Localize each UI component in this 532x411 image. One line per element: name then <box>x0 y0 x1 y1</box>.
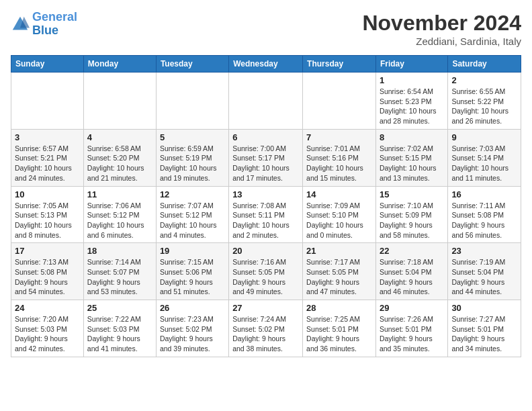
day-info: Sunrise: 6:55 AM Sunset: 5:22 PM Dayligh… <box>451 87 517 126</box>
calendar-cell: 25Sunrise: 7:22 AM Sunset: 5:03 PM Dayli… <box>83 300 156 357</box>
day-info: Sunrise: 7:10 AM Sunset: 5:09 PM Dayligh… <box>380 201 444 240</box>
calendar-cell: 10Sunrise: 7:05 AM Sunset: 5:13 PM Dayli… <box>11 186 84 243</box>
day-info: Sunrise: 7:05 AM Sunset: 5:13 PM Dayligh… <box>15 201 80 240</box>
calendar-cell: 3Sunrise: 6:57 AM Sunset: 5:21 PM Daylig… <box>11 129 84 186</box>
calendar-cell <box>11 73 84 130</box>
calendar-cell: 17Sunrise: 7:13 AM Sunset: 5:08 PM Dayli… <box>11 243 84 300</box>
calendar-cell <box>303 73 376 130</box>
calendar-week-row: 24Sunrise: 7:20 AM Sunset: 5:03 PM Dayli… <box>11 300 521 357</box>
day-number: 3 <box>15 132 80 142</box>
page-header: General Blue November 2024 Zeddiani, Sar… <box>11 11 521 47</box>
weekday-header: Tuesday <box>156 56 228 73</box>
location: Zeddiani, Sardinia, Italy <box>362 36 521 47</box>
calendar-cell <box>156 73 228 130</box>
day-number: 29 <box>380 303 444 313</box>
day-info: Sunrise: 7:18 AM Sunset: 5:04 PM Dayligh… <box>380 257 444 297</box>
calendar-cell: 1Sunrise: 6:54 AM Sunset: 5:23 PM Daylig… <box>375 73 447 130</box>
calendar-cell: 13Sunrise: 7:08 AM Sunset: 5:11 PM Dayli… <box>229 186 303 243</box>
day-number: 6 <box>232 132 299 142</box>
day-info: Sunrise: 7:27 AM Sunset: 5:01 PM Dayligh… <box>451 314 517 354</box>
day-number: 27 <box>232 303 299 313</box>
day-info: Sunrise: 7:25 AM Sunset: 5:01 PM Dayligh… <box>306 314 372 354</box>
day-number: 9 <box>451 132 517 142</box>
day-info: Sunrise: 7:08 AM Sunset: 5:11 PM Dayligh… <box>232 201 299 240</box>
logo-text: General Blue <box>32 11 77 38</box>
calendar-week-row: 1Sunrise: 6:54 AM Sunset: 5:23 PM Daylig… <box>11 73 521 130</box>
day-number: 15 <box>380 189 444 199</box>
day-info: Sunrise: 7:13 AM Sunset: 5:08 PM Dayligh… <box>15 257 80 297</box>
day-number: 7 <box>306 132 372 142</box>
calendar-cell <box>229 73 303 130</box>
day-number: 24 <box>15 303 80 313</box>
day-info: Sunrise: 7:19 AM Sunset: 5:04 PM Dayligh… <box>451 257 517 297</box>
calendar-week-row: 17Sunrise: 7:13 AM Sunset: 5:08 PM Dayli… <box>11 243 521 300</box>
day-number: 25 <box>87 303 152 313</box>
logo-icon <box>11 15 30 34</box>
day-number: 21 <box>306 246 372 256</box>
calendar-cell: 14Sunrise: 7:09 AM Sunset: 5:10 PM Dayli… <box>303 186 376 243</box>
day-info: Sunrise: 7:07 AM Sunset: 5:12 PM Dayligh… <box>160 201 225 240</box>
day-info: Sunrise: 7:15 AM Sunset: 5:06 PM Dayligh… <box>160 257 225 297</box>
day-number: 13 <box>232 189 299 199</box>
day-number: 5 <box>160 132 225 142</box>
weekday-header: Saturday <box>448 56 521 73</box>
calendar-cell: 18Sunrise: 7:14 AM Sunset: 5:07 PM Dayli… <box>83 243 156 300</box>
day-number: 17 <box>15 246 80 256</box>
day-info: Sunrise: 7:23 AM Sunset: 5:02 PM Dayligh… <box>160 314 225 354</box>
day-number: 19 <box>160 246 225 256</box>
calendar-cell: 16Sunrise: 7:11 AM Sunset: 5:08 PM Dayli… <box>448 186 521 243</box>
calendar-cell: 12Sunrise: 7:07 AM Sunset: 5:12 PM Dayli… <box>156 186 228 243</box>
calendar-cell: 26Sunrise: 7:23 AM Sunset: 5:02 PM Dayli… <box>156 300 228 357</box>
day-info: Sunrise: 7:06 AM Sunset: 5:12 PM Dayligh… <box>87 201 152 240</box>
calendar-cell: 9Sunrise: 7:03 AM Sunset: 5:14 PM Daylig… <box>448 129 521 186</box>
day-info: Sunrise: 7:24 AM Sunset: 5:02 PM Dayligh… <box>232 314 299 354</box>
weekday-header: Sunday <box>11 56 84 73</box>
calendar-cell <box>83 73 156 130</box>
day-info: Sunrise: 7:11 AM Sunset: 5:08 PM Dayligh… <box>451 201 517 240</box>
weekday-header: Friday <box>375 56 447 73</box>
calendar-cell: 27Sunrise: 7:24 AM Sunset: 5:02 PM Dayli… <box>229 300 303 357</box>
day-number: 2 <box>451 75 517 85</box>
day-info: Sunrise: 6:58 AM Sunset: 5:20 PM Dayligh… <box>87 144 152 183</box>
day-number: 23 <box>451 246 517 256</box>
day-number: 10 <box>15 189 80 199</box>
day-number: 8 <box>380 132 444 142</box>
weekday-header: Wednesday <box>229 56 303 73</box>
calendar-cell: 30Sunrise: 7:27 AM Sunset: 5:01 PM Dayli… <box>448 300 521 357</box>
logo-line1: General <box>32 10 77 24</box>
calendar-week-row: 3Sunrise: 6:57 AM Sunset: 5:21 PM Daylig… <box>11 129 521 186</box>
calendar-cell: 21Sunrise: 7:17 AM Sunset: 5:05 PM Dayli… <box>303 243 376 300</box>
calendar-cell: 2Sunrise: 6:55 AM Sunset: 5:22 PM Daylig… <box>448 73 521 130</box>
day-number: 14 <box>306 189 372 199</box>
day-number: 28 <box>306 303 372 313</box>
calendar-cell: 22Sunrise: 7:18 AM Sunset: 5:04 PM Dayli… <box>375 243 447 300</box>
day-number: 1 <box>380 75 444 85</box>
calendar-cell: 6Sunrise: 7:00 AM Sunset: 5:17 PM Daylig… <box>229 129 303 186</box>
day-number: 11 <box>87 189 152 199</box>
day-info: Sunrise: 6:54 AM Sunset: 5:23 PM Dayligh… <box>380 87 444 126</box>
day-info: Sunrise: 7:17 AM Sunset: 5:05 PM Dayligh… <box>306 257 372 297</box>
month-title: November 2024 <box>362 11 521 36</box>
day-info: Sunrise: 6:57 AM Sunset: 5:21 PM Dayligh… <box>15 144 80 183</box>
logo-line2: Blue <box>32 24 58 37</box>
logo: General Blue <box>11 11 77 38</box>
day-number: 30 <box>451 303 517 313</box>
calendar-cell: 29Sunrise: 7:26 AM Sunset: 5:01 PM Dayli… <box>375 300 447 357</box>
day-number: 22 <box>380 246 444 256</box>
day-info: Sunrise: 6:59 AM Sunset: 5:19 PM Dayligh… <box>160 144 225 183</box>
calendar-cell: 28Sunrise: 7:25 AM Sunset: 5:01 PM Dayli… <box>303 300 376 357</box>
weekday-header: Thursday <box>303 56 376 73</box>
day-number: 4 <box>87 132 152 142</box>
day-number: 12 <box>160 189 225 199</box>
day-number: 26 <box>160 303 225 313</box>
weekday-header: Monday <box>83 56 156 73</box>
day-number: 18 <box>87 246 152 256</box>
calendar-cell: 8Sunrise: 7:02 AM Sunset: 5:15 PM Daylig… <box>375 129 447 186</box>
day-info: Sunrise: 7:03 AM Sunset: 5:14 PM Dayligh… <box>451 144 517 183</box>
calendar-cell: 11Sunrise: 7:06 AM Sunset: 5:12 PM Dayli… <box>83 186 156 243</box>
calendar-header-row: SundayMondayTuesdayWednesdayThursdayFrid… <box>11 56 521 73</box>
calendar-table: SundayMondayTuesdayWednesdayThursdayFrid… <box>11 55 521 357</box>
calendar-cell: 23Sunrise: 7:19 AM Sunset: 5:04 PM Dayli… <box>448 243 521 300</box>
calendar-cell: 7Sunrise: 7:01 AM Sunset: 5:16 PM Daylig… <box>303 129 376 186</box>
calendar-cell: 15Sunrise: 7:10 AM Sunset: 5:09 PM Dayli… <box>375 186 447 243</box>
